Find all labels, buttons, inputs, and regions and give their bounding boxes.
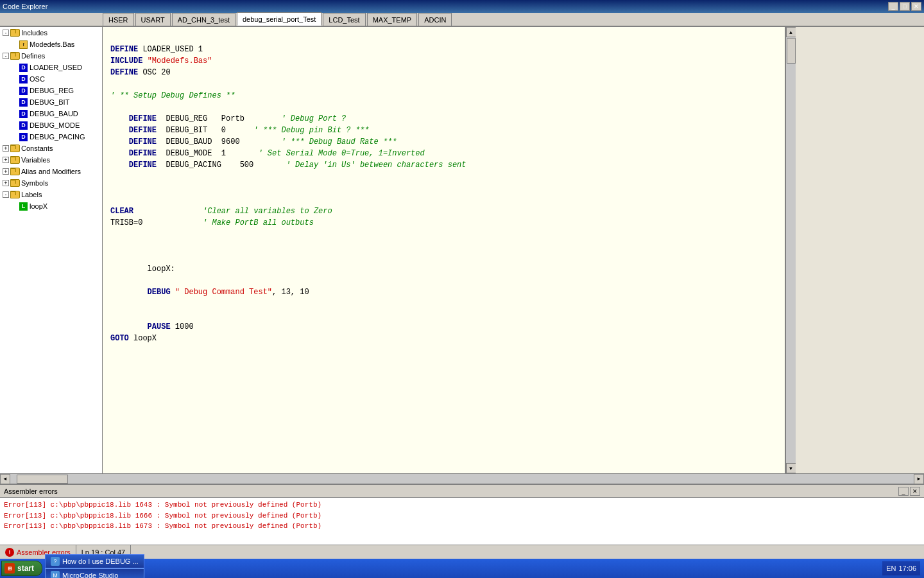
- code-line-19: [110, 240, 777, 252]
- sidebar: -IncludesfModedefs.Bas-DefinesDLOADER_US…: [0, 27, 103, 473]
- code-line-12: DEFINE DEBUG_PACING 500 ' Delay 'in Us' …: [110, 159, 777, 171]
- tab-max_temp[interactable]: MAX_TEMP: [367, 13, 418, 26]
- sidebar-item-label-labels: Labels: [21, 191, 42, 198]
- scroll-down-button[interactable]: ▼: [786, 463, 796, 473]
- tree-toggle-includes[interactable]: -: [3, 30, 9, 36]
- code-line-8: DEFINE DEBUG_REG Portb ' Debug Port ?: [110, 113, 777, 125]
- sidebar-item-includes[interactable]: -Includes: [0, 27, 102, 39]
- sidebar-item-modedefs[interactable]: fModedefs.Bas: [0, 39, 102, 50]
- clock: 17:06: [898, 565, 916, 572]
- sidebar-item-alias[interactable]: +Alias and Modifiers: [0, 166, 102, 177]
- code-line-7: [110, 101, 777, 113]
- taskbar: ⊞ start ?How do I use DEBUG ...MMicroCod…: [0, 559, 924, 578]
- define-icon-debug_reg: D: [19, 87, 28, 95]
- code-line-24: [110, 298, 777, 310]
- code-line-15: [110, 194, 777, 206]
- sidebar-item-labels[interactable]: -Labels: [0, 189, 102, 200]
- code-line-18: [110, 229, 777, 240]
- tree-toggle-alias[interactable]: +: [3, 168, 9, 175]
- code-line-1: [110, 32, 777, 44]
- folder-icon-includes: [10, 29, 19, 37]
- error-line-2: Error[113] c:\pbp\pbppic18.lib 1666 : Sy…: [4, 511, 920, 521]
- sidebar-item-symbols[interactable]: +Symbols: [0, 177, 102, 189]
- sidebar-item-label-loader_used: LOADER_USED: [30, 64, 82, 71]
- taskbar-item-label-help: How do I use DEBUG ...: [62, 557, 139, 565]
- sidebar-item-label-debug_mode: DEBUG_MODE: [30, 121, 80, 129]
- sidebar-item-label-osc: OSC: [30, 75, 45, 83]
- code-line-3: INCLUDE "Modedefs.Bas": [110, 55, 777, 67]
- minimize-button[interactable]: _: [888, 2, 898, 11]
- tree-toggle-symbols[interactable]: +: [3, 180, 9, 186]
- title-bar: Code Explorer _ □ ✕: [0, 0, 924, 13]
- results-minimize-button[interactable]: _: [898, 487, 909, 496]
- start-button[interactable]: ⊞ start: [1, 561, 42, 576]
- error-line-1: Error[113] c:\pbp\pbppic18.lib 1643 : Sy…: [4, 500, 920, 511]
- sidebar-item-loopx[interactable]: LloopX: [0, 200, 102, 212]
- sidebar-item-osc[interactable]: DOSC: [0, 73, 102, 85]
- code-editor[interactable]: DEFINE LOADER_USED 1INCLUDE "Modedefs.Ba…: [103, 27, 785, 473]
- code-line-21: loopX:: [110, 263, 777, 275]
- taskbar-item-microcode[interactable]: MMicroCode Studio: [45, 568, 144, 578]
- sidebar-item-debug_mode[interactable]: DDEBUG_MODE: [0, 119, 102, 131]
- scroll-up-button[interactable]: ▲: [786, 27, 796, 37]
- h-scroll-track: [10, 474, 914, 484]
- sidebar-item-constants[interactable]: +Constants: [0, 143, 102, 154]
- results-title: Assembler errors: [4, 487, 58, 495]
- maximize-button[interactable]: □: [900, 2, 910, 11]
- sidebar-item-variables[interactable]: +Variables: [0, 154, 102, 166]
- tree-toggle-constants[interactable]: +: [3, 145, 9, 152]
- sidebar-item-label-debug_reg: DEBUG_REG: [30, 87, 74, 94]
- code-line-6: ' ** Setup Debug Defines **: [110, 90, 777, 101]
- code-line-17: TRISB=0 ' Make PortB all outbuts: [110, 217, 777, 229]
- define-icon-loader_used: D: [19, 64, 28, 72]
- sidebar-item-label-defines: Defines: [21, 52, 45, 60]
- vertical-scrollbar[interactable]: ▲ ▼: [785, 27, 796, 473]
- sidebar-item-debug_bit[interactable]: DDEBUG_BIT: [0, 96, 102, 108]
- sidebar-item-label-variables: Variables: [21, 156, 50, 164]
- define-icon-debug_bit: D: [19, 98, 28, 107]
- tab-usart[interactable]: USART: [135, 13, 171, 26]
- sidebar-item-debug_pacing[interactable]: DDEBUG_PACING: [0, 131, 102, 143]
- folder-icon-alias: [10, 168, 19, 175]
- code-line-22: [110, 275, 777, 286]
- sidebar-item-debug_baud[interactable]: DDEBUG_BAUD: [0, 108, 102, 119]
- error-line-3: Error[113] c:\pbp\pbppic18.lib 1673 : Sy…: [4, 521, 920, 532]
- tab-hser[interactable]: HSER: [103, 13, 134, 26]
- results-header: Assembler errors _ ✕: [0, 485, 924, 498]
- tree-toggle-defines[interactable]: -: [3, 53, 9, 59]
- windows-logo: ⊞: [4, 563, 15, 574]
- file-icon-modedefs: f: [19, 40, 28, 49]
- code-line-10: DEFINE DEBUG_BAUD 9600 ' *** Debug Baud …: [110, 136, 777, 148]
- scroll-right-button[interactable]: ►: [914, 474, 924, 484]
- tab-debug_serial[interactable]: debug_serial_port_Test: [237, 12, 321, 26]
- tab-adcin[interactable]: ADCIN: [418, 13, 452, 26]
- tree-toggle-labels[interactable]: -: [3, 191, 9, 198]
- tab-lcd_test[interactable]: LCD_Test: [323, 13, 365, 26]
- taskbar-item-icon-help: ?: [51, 557, 60, 566]
- sidebar-item-label-modedefs: Modedefs.Bas: [30, 40, 74, 48]
- code-line-20: [110, 252, 777, 263]
- sidebar-item-label-alias: Alias and Modifiers: [21, 168, 81, 175]
- tree-toggle-variables[interactable]: +: [3, 157, 9, 163]
- folder-icon-defines: [10, 52, 19, 60]
- sidebar-item-defines[interactable]: -Defines: [0, 50, 102, 62]
- title-bar-text: Code Explorer: [3, 3, 888, 10]
- start-button-label: start: [17, 564, 34, 573]
- tab-ad_chn3[interactable]: AD_CHN_3_test: [172, 13, 235, 26]
- code-line-27: GOTO loopX: [110, 333, 777, 344]
- define-icon-debug_baud: D: [19, 110, 28, 118]
- sidebar-item-debug_reg[interactable]: DDEBUG_REG: [0, 85, 102, 96]
- results-close-button[interactable]: ✕: [910, 487, 920, 496]
- code-line-11: DEFINE DEBUG_MODE 1 ' Set Serial Mode 0=…: [110, 148, 777, 159]
- scroll-thumb[interactable]: [787, 38, 796, 64]
- folder-icon-symbols: [10, 179, 19, 187]
- close-button[interactable]: ✕: [911, 2, 921, 11]
- h-scroll-thumb[interactable]: [17, 475, 68, 484]
- horizontal-scrollbar[interactable]: ◄ ►: [0, 473, 924, 484]
- code-line-25: [110, 310, 777, 321]
- code-line-16: CLEAR 'Clear all variables to Zero: [110, 206, 777, 217]
- scroll-left-button[interactable]: ◄: [0, 474, 10, 484]
- system-tray: EN 17:06: [882, 561, 920, 575]
- sidebar-item-loader_used[interactable]: DLOADER_USED: [0, 62, 102, 73]
- taskbar-item-help[interactable]: ?How do I use DEBUG ...: [45, 554, 144, 568]
